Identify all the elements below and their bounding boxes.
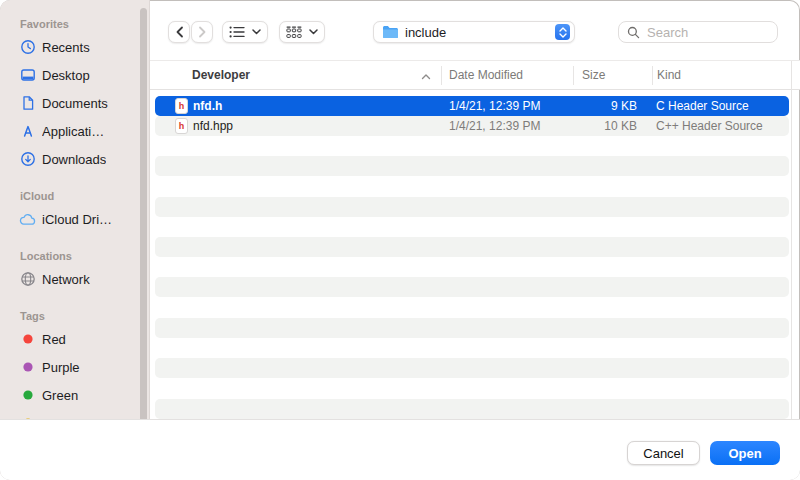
column-header-date[interactable]: Date Modified [449, 61, 523, 89]
list-row-empty [155, 338, 789, 358]
list-row-empty [155, 318, 789, 338]
back-button[interactable] [168, 21, 190, 43]
cell-kind: C Header Source [656, 96, 786, 116]
cell-kind: C++ Header Source [656, 116, 786, 136]
clock-icon [19, 38, 37, 56]
list-row-empty [155, 358, 789, 378]
cancel-button[interactable]: Cancel [627, 441, 700, 465]
download-icon [19, 150, 37, 168]
tag-dot-icon [19, 386, 37, 404]
sidebar-item-recents[interactable]: Recents [14, 33, 142, 61]
cell-name: nfd.h [193, 96, 443, 116]
group-view-button[interactable] [279, 21, 325, 43]
sidebar-section-header: Tags [20, 308, 45, 324]
sidebar-item-documents[interactable]: Documents [14, 89, 142, 117]
sidebar-item-label: Downloads [42, 152, 106, 167]
cell-name: nfd.hpp [193, 116, 443, 136]
column-divider [652, 66, 653, 85]
sidebar-item-desktop[interactable]: Desktop [14, 61, 142, 89]
sidebar-item-label: Red [42, 332, 66, 347]
open-dialog-window: FavoritesRecentsDesktopDocumentsApplicat… [0, 0, 800, 480]
sidebar-section-header: Locations [20, 248, 72, 264]
cloud-icon [19, 210, 37, 228]
sidebar-item-purple[interactable]: Purple [14, 353, 142, 381]
column-divider [441, 66, 442, 85]
chevron-left-icon [175, 26, 184, 38]
sidebar-section-header: iCloud [20, 188, 54, 204]
cell-size: 10 KB [553, 116, 637, 136]
header-file-icon: h [175, 98, 188, 114]
column-divider [573, 66, 574, 85]
sidebar-item-label: iCloud Dri… [42, 212, 112, 227]
search-field[interactable] [618, 21, 778, 43]
sort-ascending-icon [421, 62, 431, 90]
cell-size: 9 KB [553, 96, 637, 116]
folder-icon [382, 25, 399, 39]
sidebar-item-network[interactable]: Network [14, 265, 142, 293]
sidebar-item-applicati[interactable]: Applicati… [14, 117, 142, 145]
file-list: hnfd.h1/4/21, 12:39 PM9 KBC Header Sourc… [150, 90, 791, 419]
tag-dot-icon [19, 358, 37, 376]
sidebar-item-label: Documents [42, 96, 108, 111]
open-button[interactable]: Open [710, 441, 780, 465]
list-row-empty [155, 378, 789, 398]
chevron-right-icon [198, 26, 207, 38]
sidebar-item-green[interactable]: Green [14, 381, 142, 409]
group-view-icon [286, 26, 302, 39]
column-header-size[interactable]: Size [582, 61, 605, 89]
list-row-empty [155, 237, 789, 257]
sidebar-item-downloads[interactable]: Downloads [14, 145, 142, 173]
file-row-nfd-hpp[interactable]: hnfd.hpp1/4/21, 12:39 PM10 KBC++ Header … [155, 116, 789, 136]
sidebar: FavoritesRecentsDesktopDocumentsApplicat… [0, 0, 150, 480]
header-file-icon: h [175, 118, 188, 134]
list-row-empty [155, 399, 789, 419]
globe-icon [19, 270, 37, 288]
list-row-empty [155, 298, 789, 318]
footer-bar: Cancel Open [0, 419, 800, 480]
column-header-kind[interactable]: Kind [657, 61, 681, 89]
sidebar-item-red[interactable]: Red [14, 325, 142, 353]
stepper-icon [555, 24, 570, 40]
forward-button[interactable] [191, 21, 213, 43]
list-view-button[interactable] [222, 21, 268, 43]
sidebar-item-label: Green [42, 388, 78, 403]
sidebar-scrollbar[interactable] [140, 8, 147, 458]
list-row-empty [155, 217, 789, 237]
desktop-icon [19, 66, 37, 84]
chevron-down-icon [309, 29, 318, 35]
document-icon [19, 94, 37, 112]
chevron-down-icon [252, 29, 261, 35]
list-row-empty [155, 156, 789, 176]
folder-select-value: include [405, 25, 555, 40]
search-input[interactable] [645, 24, 759, 41]
list-row-empty [155, 176, 789, 196]
column-header-name[interactable]: Developer [192, 61, 250, 89]
sidebar-item-label: Recents [42, 40, 90, 55]
list-row-empty [155, 197, 789, 217]
sidebar-item-label: Network [42, 272, 90, 287]
sidebar-section-header: Favorites [20, 16, 69, 32]
list-right-border [791, 61, 792, 419]
sidebar-item-icloud-dri[interactable]: iCloud Dri… [14, 205, 142, 233]
sidebar-item-label: Desktop [42, 68, 90, 83]
table-header: Developer Date Modified Size Kind [150, 61, 800, 90]
folder-select[interactable]: include [373, 21, 575, 43]
list-row-empty [155, 257, 789, 277]
appstore-icon [19, 122, 37, 140]
sidebar-item-label: Purple [42, 360, 80, 375]
list-row-empty [155, 277, 789, 297]
list-row-empty [155, 136, 789, 156]
magnifier-icon [627, 26, 640, 39]
tag-dot-icon [19, 330, 37, 348]
list-view-icon [229, 26, 245, 38]
sidebar-item-label: Applicati… [42, 124, 104, 139]
file-row-nfd-h[interactable]: hnfd.h1/4/21, 12:39 PM9 KBC Header Sourc… [155, 96, 789, 116]
